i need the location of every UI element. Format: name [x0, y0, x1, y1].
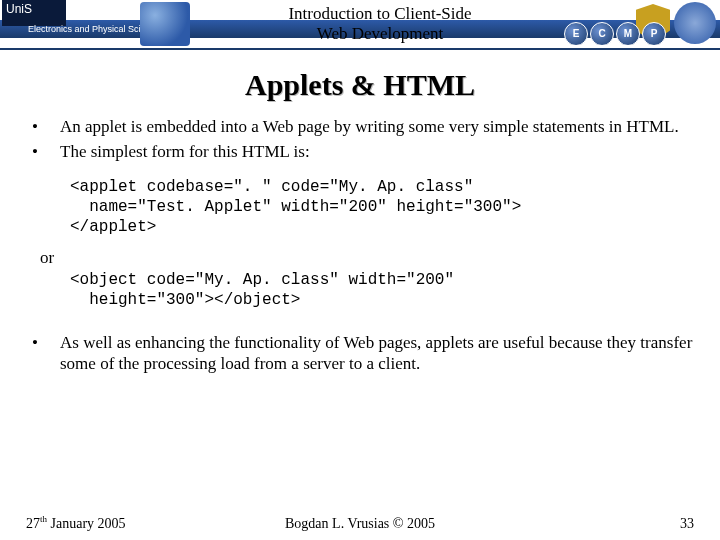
code-example-object: <object code="My. Ap. class" width="200"… [70, 270, 694, 310]
slide-footer: 27th January 2005 Bogdan L. Vrusias © 20… [0, 514, 720, 532]
nav-badge: M [616, 22, 640, 46]
bullet-marker: • [26, 332, 60, 375]
code-line: </applet> [70, 218, 156, 236]
slide-title: Applets & HTML [0, 68, 720, 102]
bullet-marker: • [26, 116, 60, 137]
code-line: <applet codebase=". " code="My. Ap. clas… [70, 178, 473, 196]
footer-page-number: 33 [680, 516, 694, 532]
code-line: name="Test. Applet" width="200" height="… [70, 198, 521, 216]
or-label: or [40, 247, 694, 268]
bullet-marker: • [26, 141, 60, 162]
bullet-text: As well as enhancing the functionality o… [60, 332, 694, 375]
cube-graphic-icon [140, 2, 190, 46]
course-title-line1: Introduction to Client-Side [288, 4, 471, 23]
code-line: <object code="My. Ap. class" width="200" [70, 271, 454, 289]
bullet-item: • As well as enhancing the functionality… [26, 332, 694, 375]
nav-letter-badges: E C M P [560, 22, 720, 44]
nav-badge: C [590, 22, 614, 46]
slide-header: UniS Electronics and Physical Sciences I… [0, 0, 720, 50]
bullet-text: An applet is embedded into a Web page by… [60, 116, 694, 137]
footer-copyright: Bogdan L. Vrusias © 2005 [0, 516, 720, 532]
university-logo: UniS [2, 0, 66, 26]
code-line: height="300"></object> [70, 291, 300, 309]
bullet-item: • An applet is embedded into a Web page … [26, 116, 694, 137]
course-title: Introduction to Client-Side Web Developm… [200, 4, 560, 43]
slide-content: • An applet is embedded into a Web page … [0, 116, 720, 374]
course-title-line2: Web Development [317, 24, 444, 43]
bullet-item: • The simplest form for this HTML is: [26, 141, 694, 162]
code-example-applet: <applet codebase=". " code="My. Ap. clas… [70, 177, 694, 237]
bullet-text: The simplest form for this HTML is: [60, 141, 694, 162]
header-right-logos: E C M P [560, 0, 720, 48]
nav-badge: P [642, 22, 666, 46]
header-left-logos: UniS Electronics and Physical Sciences [0, 0, 200, 48]
nav-badge: E [564, 22, 588, 46]
